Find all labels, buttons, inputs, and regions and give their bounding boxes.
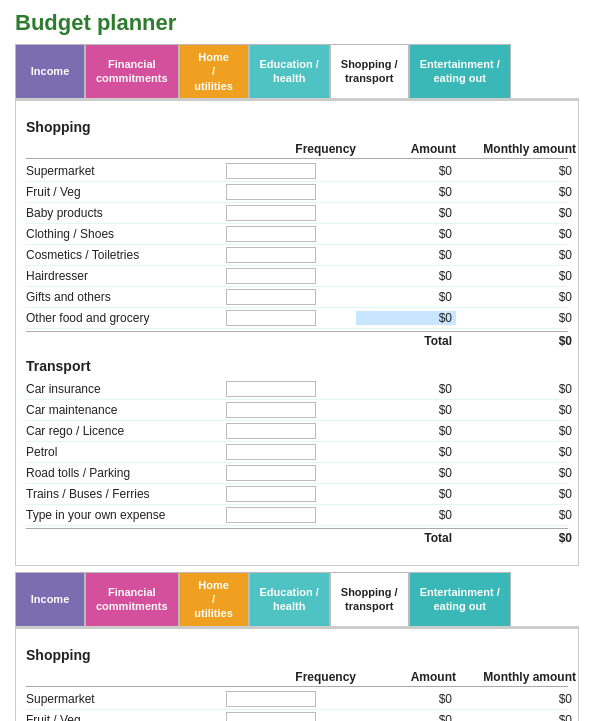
tab-shopping-2[interactable]: Shopping /transport <box>330 572 409 626</box>
freq-input[interactable] <box>226 268 316 284</box>
shopping-header: Frequency Amount Monthly amount <box>26 140 568 159</box>
row-label: Supermarket <box>26 692 226 706</box>
row-label: Other food and grocery <box>26 311 226 325</box>
freq-input[interactable] <box>226 423 316 439</box>
shopping-section: Shopping Frequency Amount Monthly amount… <box>26 119 568 350</box>
tab-shopping[interactable]: Shopping /transport <box>330 44 409 98</box>
total-value: $0 <box>456 531 576 545</box>
table-row: Baby products $0 $0 <box>26 203 568 224</box>
table-row: Car rego / Licence $0 $0 <box>26 421 568 442</box>
row-label: Car maintenance <box>26 403 226 417</box>
table-row: Petrol $0 $0 <box>26 442 568 463</box>
table-row: Fruit / Veg $0 $0 <box>26 182 568 203</box>
tab-financial-2[interactable]: Financialcommitments <box>85 572 179 626</box>
freq-input[interactable] <box>226 402 316 418</box>
monthly-cell: $0 <box>456 185 576 199</box>
transport-title: Transport <box>26 358 568 374</box>
row-label: Car insurance <box>26 382 226 396</box>
tab-home-2[interactable]: Home/utilities <box>179 572 249 626</box>
amount-cell: $0 <box>356 206 456 220</box>
freq-input[interactable] <box>226 691 316 707</box>
monthly-cell: $0 <box>456 424 576 438</box>
col-monthly: Monthly amount <box>456 142 576 156</box>
freq-cell <box>226 289 356 305</box>
shopping-total-row: Total $0 <box>26 331 568 350</box>
table-row: Other food and grocery $0 $0 <box>26 308 568 329</box>
freq-input[interactable] <box>226 163 316 179</box>
row-label: Clothing / Shoes <box>26 227 226 241</box>
table-row: Hairdresser $0 $0 <box>26 266 568 287</box>
freq-cell <box>226 310 356 326</box>
tab-home[interactable]: Home/utilities <box>179 44 249 98</box>
table-row: Car maintenance $0 $0 <box>26 400 568 421</box>
transport-section: Transport Car insurance $0 $0 Car mainte… <box>26 358 568 547</box>
freq-input[interactable] <box>226 310 316 326</box>
freq-cell <box>226 691 356 707</box>
tab-bar-top: Income Financialcommitments Home/utiliti… <box>15 44 579 100</box>
freq-input[interactable] <box>226 226 316 242</box>
monthly-cell: $0 <box>456 487 576 501</box>
monthly-cell: $0 <box>456 508 576 522</box>
freq-cell <box>226 205 356 221</box>
freq-input[interactable] <box>226 712 316 721</box>
amount-cell: $0 <box>356 269 456 283</box>
monthly-cell: $0 <box>456 269 576 283</box>
monthly-cell: $0 <box>456 466 576 480</box>
row-label: Baby products <box>26 206 226 220</box>
tab-income-2[interactable]: Income <box>15 572 85 626</box>
freq-input[interactable] <box>226 444 316 460</box>
row-label: Cosmetics / Toiletries <box>26 248 226 262</box>
freq-cell <box>226 712 356 721</box>
amount-cell: $0 <box>356 290 456 304</box>
freq-input[interactable] <box>226 289 316 305</box>
row-label: Hairdresser <box>26 269 226 283</box>
col-label <box>26 142 226 156</box>
tab-income[interactable]: Income <box>15 44 85 98</box>
amount-cell: $0 <box>356 164 456 178</box>
freq-cell <box>226 226 356 242</box>
amount-cell: $0 <box>356 445 456 459</box>
col-label-2 <box>26 670 226 684</box>
total-label: Total <box>356 334 456 348</box>
freq-input[interactable] <box>226 247 316 263</box>
tab-education-2[interactable]: Education /health <box>249 572 330 626</box>
shopping-title: Shopping <box>26 119 568 135</box>
tab-bar-bottom: Income Financialcommitments Home/utiliti… <box>15 572 579 628</box>
row-label: Type in your own expense <box>26 508 226 522</box>
freq-cell <box>226 423 356 439</box>
freq-cell <box>226 444 356 460</box>
amount-cell: $0 <box>356 382 456 396</box>
tab-entertainment[interactable]: Entertainment /eating out <box>409 44 511 98</box>
shopping-section-2: Shopping Frequency Amount Monthly amount… <box>26 647 568 721</box>
freq-input[interactable] <box>226 465 316 481</box>
monthly-cell: $0 <box>456 311 576 325</box>
table-row: Road tolls / Parking $0 $0 <box>26 463 568 484</box>
table-row: Supermarket $0 $0 <box>26 689 568 710</box>
monthly-cell: $0 <box>456 164 576 178</box>
freq-input[interactable] <box>226 184 316 200</box>
tab-entertainment-2[interactable]: Entertainment /eating out <box>409 572 511 626</box>
shopping-title-2: Shopping <box>26 647 568 663</box>
total-value: $0 <box>456 334 576 348</box>
amount-cell: $0 <box>356 248 456 262</box>
freq-input[interactable] <box>226 507 316 523</box>
tab-education[interactable]: Education /health <box>249 44 330 98</box>
row-label: Road tolls / Parking <box>26 466 226 480</box>
col-frequency: Frequency <box>226 142 356 156</box>
freq-input[interactable] <box>226 205 316 221</box>
freq-input[interactable] <box>226 381 316 397</box>
transport-total-row: Total $0 <box>26 528 568 547</box>
freq-cell <box>226 184 356 200</box>
amount-cell: $0 <box>356 692 456 706</box>
second-content-block: Shopping Frequency Amount Monthly amount… <box>15 628 579 721</box>
freq-cell <box>226 381 356 397</box>
amount-cell: $0 <box>356 466 456 480</box>
amount-cell: $0 <box>356 311 456 325</box>
freq-input[interactable] <box>226 486 316 502</box>
row-label: Supermarket <box>26 164 226 178</box>
monthly-cell: $0 <box>456 713 576 721</box>
freq-cell <box>226 465 356 481</box>
col-monthly-2: Monthly amount <box>456 670 576 684</box>
tab-financial[interactable]: Financialcommitments <box>85 44 179 98</box>
monthly-cell: $0 <box>456 382 576 396</box>
